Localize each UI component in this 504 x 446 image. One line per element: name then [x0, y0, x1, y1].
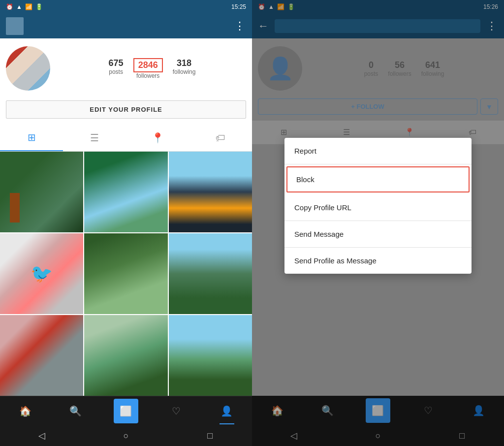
nav-heart[interactable]: ♡: [164, 399, 189, 423]
left-status-left: ⏰ ▲ 📶 🔋: [6, 3, 43, 10]
app-logo: [6, 17, 24, 35]
grid-icon: ⊞: [28, 131, 36, 143]
following-label: following: [173, 68, 196, 75]
left-app-bar: ⋮: [0, 14, 252, 38]
photo-7[interactable]: [0, 315, 83, 396]
tab-grid[interactable]: ⊞: [0, 125, 63, 151]
send-message-label: Send Message: [294, 230, 344, 238]
back-system-btn[interactable]: ◁: [32, 428, 52, 443]
profile-stats: 675 posts 2846 followers 318 following: [58, 58, 246, 79]
left-bottom-nav: 🏠 🔍 ⬜ ♡ 👤: [0, 396, 252, 425]
report-label: Report: [294, 147, 316, 155]
photo-4[interactable]: [0, 233, 83, 314]
block-menu-item[interactable]: Block: [286, 166, 470, 192]
following-stat: 318 following: [173, 58, 196, 79]
send-profile-menu-item[interactable]: Send Profile as Message: [284, 248, 472, 274]
tab-location[interactable]: 📍: [126, 125, 189, 151]
photo-5[interactable]: [84, 233, 167, 314]
photo-2[interactable]: [84, 152, 167, 232]
nav-camera[interactable]: ⬜: [114, 399, 138, 423]
recents-system-btn[interactable]: □: [200, 428, 220, 443]
profile-avatar: [6, 46, 50, 91]
left-time: 15:25: [231, 3, 246, 10]
right-panel: ⏰ ▲ 📶 🔋 15:26 ← ⋮ 👤 0 posts 56 followers: [252, 0, 504, 446]
followers-stat[interactable]: 2846 followers: [133, 58, 163, 79]
avatar-image: [6, 46, 50, 91]
photo-grid: [0, 152, 252, 396]
followers-label: followers: [136, 72, 159, 79]
context-menu-overlay: Report Block Copy Profile URL Send Messa…: [252, 0, 504, 446]
photo-6[interactable]: [169, 233, 252, 314]
signal-icon: 📶: [25, 3, 32, 10]
left-status-bar: ⏰ ▲ 📶 🔋 15:25: [0, 0, 252, 14]
overflow-menu-icon[interactable]: ⋮: [234, 20, 246, 32]
following-count: 318: [177, 58, 191, 68]
tag-icon: 🏷: [216, 132, 225, 144]
copy-url-menu-item[interactable]: Copy Profile URL: [284, 194, 472, 221]
photo-3[interactable]: [169, 152, 252, 232]
location-icon: 📍: [152, 132, 164, 144]
context-menu: Report Block Copy Profile URL Send Messa…: [284, 138, 472, 274]
tab-list[interactable]: ☰: [63, 125, 126, 151]
photo-9[interactable]: [169, 315, 252, 396]
alarm-icon: ⏰: [6, 3, 13, 10]
nav-profile[interactable]: 👤: [215, 399, 239, 423]
home-system-btn[interactable]: ○: [116, 428, 136, 443]
tab-tag[interactable]: 🏷: [189, 125, 252, 151]
nav-search[interactable]: 🔍: [63, 399, 88, 423]
nav-home[interactable]: 🏠: [13, 399, 37, 423]
profile-section: 675 posts 2846 followers 318 following: [0, 38, 252, 98]
block-label: Block: [296, 175, 315, 184]
photo-8[interactable]: [84, 315, 167, 396]
send-profile-label: Send Profile as Message: [294, 256, 377, 265]
left-panel: ⏰ ▲ 📶 🔋 15:25 ⋮ 675 posts 2846 followers: [0, 0, 252, 446]
left-status-right: 15:25: [231, 3, 246, 10]
left-system-nav: ◁ ○ □: [0, 425, 252, 446]
profile-tab-bar: ⊞ ☰ 📍 🏷: [0, 125, 252, 152]
battery-icon: 🔋: [35, 3, 43, 10]
posts-stat: 675 posts: [109, 58, 124, 79]
photo-1[interactable]: [0, 152, 83, 232]
posts-count: 675: [109, 58, 124, 68]
copy-url-label: Copy Profile URL: [294, 203, 351, 212]
report-menu-item[interactable]: Report: [284, 138, 472, 164]
list-icon: ☰: [90, 132, 99, 144]
send-message-menu-item[interactable]: Send Message: [284, 221, 472, 248]
edit-profile-button[interactable]: EDIT YOUR PROFILE: [6, 100, 246, 119]
wifi-icon: ▲: [16, 3, 22, 10]
followers-count: 2846: [133, 58, 163, 72]
posts-label: posts: [109, 68, 123, 75]
